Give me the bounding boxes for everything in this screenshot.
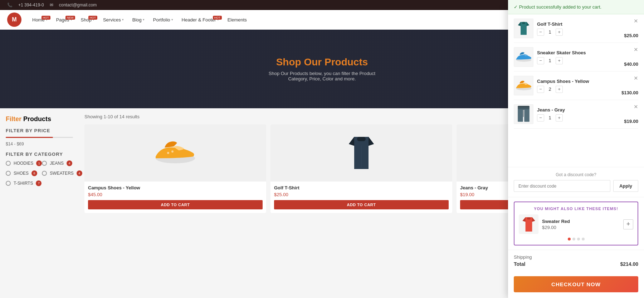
upsell-dot-3[interactable] [577,238,580,240]
chevron-down-icon: ▾ [171,18,173,21]
radio-sweaters[interactable] [42,171,47,176]
shipping-row: Shipping [514,254,638,260]
email-icon: ✉ [50,3,53,8]
nav-services[interactable]: Services ▾ [99,14,127,25]
upsell-section: YOU MIGHT ALSO LIKE THESE ITEMS! Sweater… [514,202,638,245]
cart-success-notification: ✓ Product successfully added to your car… [508,0,644,14]
cart-item-details-sneaker-skater: Sneaker Skater Shoes − 1 + [537,50,620,64]
cart-item-details-campus-shoes: Campus Shoes - Yellow − 2 + [537,79,618,93]
svg-rect-22 [524,109,530,121]
nav-elements[interactable]: Elements [224,14,250,25]
svg-marker-26 [522,217,525,222]
radio-tshirts[interactable] [6,181,11,186]
svg-marker-15 [518,22,521,26]
apply-discount-button[interactable]: Apply [613,180,638,192]
top-bar-left: 📞 +1 394-419-0 ✉ contact@gmail.com [7,3,97,8]
qty-increase-golf-tshirt[interactable]: + [556,29,563,36]
qty-increase-jeans[interactable]: + [556,114,563,121]
qty-increase-campus[interactable]: + [556,86,563,93]
nav-header-footer[interactable]: Header & Footer HOT ▾ [178,14,223,25]
upsell-item-price: $29.00 [542,225,620,230]
filter-section-title: Filter Products [6,115,73,123]
cart-item-details-golf-tshirt: Golf T-Shirt − 1 + [537,21,620,36]
discount-section: Got a discount code? Apply [508,167,644,197]
cart-item-qty-sneaker: − 1 + [537,57,620,64]
discount-label: Got a discount code? [514,172,638,177]
svg-rect-21 [518,109,523,121]
upsell-item-info: Sweater Red $29.00 [542,219,620,230]
cart-item-qty-campus: − 2 + [537,86,618,93]
upsell-dot-2[interactable] [572,238,575,240]
checkout-button[interactable]: Checkout now [514,276,638,292]
cart-panel: ✓ Product successfully added to your car… [508,0,644,298]
category-sweaters[interactable]: SWEATERS 4 [42,170,82,176]
nav-portfolio[interactable]: Portfolio ▾ [150,14,177,25]
nav-pages[interactable]: Pages NEW ▾ [53,14,76,25]
nav-items: Home HOT ▾ Pages NEW ▾ Shop HOT ▾ Servic… [29,14,250,25]
cart-item-remove-sneaker[interactable]: ✕ [634,46,638,53]
nav-shop[interactable]: Shop HOT ▾ [77,14,98,25]
add-to-cart-button-campus-shoes[interactable]: ADD TO CART [88,200,263,209]
cart-item-name: Jeans - Gray [537,107,620,113]
total-amount: $214.00 [620,261,638,267]
qty-value-sneaker: 1 [547,58,553,63]
cart-items-list: Golf T-Shirt − 1 + $25.00 ✕ [508,14,644,167]
cart-item-price-golf-tshirt: $25.00 [624,33,638,38]
qty-increase-sneaker[interactable]: + [556,57,563,64]
shipping-label: Shipping [514,254,532,260]
cart-item-remove-campus[interactable]: ✕ [634,75,638,81]
category-hoodies[interactable]: HOODIES 1 [6,160,42,166]
product-info-golf-tshirt: Golf T-Shirt $25.00 ADD TO CART [270,182,452,213]
cart-item-image-sneaker-skater [514,47,533,67]
category-shoes[interactable]: SHOES 6 [6,170,42,176]
phone-icon: 📞 [7,3,13,8]
success-icon: ✓ [514,4,519,10]
svg-marker-27 [532,217,535,222]
radio-shoes[interactable] [6,171,11,176]
upsell-add-button[interactable]: + [623,219,633,229]
qty-decrease-jeans[interactable]: − [537,114,544,121]
nav-home[interactable]: Home HOT ▾ [29,14,51,25]
qty-decrease-golf-tshirt[interactable]: − [537,29,544,36]
qty-decrease-sneaker[interactable]: − [537,57,544,64]
nav-blog[interactable]: Blog ▾ [129,14,148,25]
svg-rect-23 [518,106,530,107]
product-image-campus-shoes [84,124,266,182]
cart-item-remove-jeans[interactable]: ✕ [634,104,638,110]
upsell-item-image [519,214,538,234]
cart-item-name: Sneaker Skater Shoes [537,50,620,55]
email-address: contact@gmail.com [59,3,97,8]
cart-item-details-jeans-gray: Jeans - Gray − 1 + [537,107,620,121]
radio-hoodies[interactable] [6,161,11,166]
cart-item-golf-tshirt: Golf T-Shirt − 1 + $25.00 ✕ [514,14,638,43]
upsell-dot-1[interactable] [568,238,571,240]
upsell-item-name: Sweater Red [542,219,620,224]
cart-item-sneaker-skater: Sneaker Skater Shoes − 1 + $40.00 ✕ [514,43,638,71]
qty-decrease-campus[interactable]: − [537,86,544,93]
cart-item-name: Golf T-Shirt [537,21,620,27]
cart-item-remove-golf-tshirt[interactable]: ✕ [634,18,638,24]
category-tshirts[interactable]: T-SHIRTS 7 [6,180,42,186]
radio-jeans[interactable] [42,161,47,166]
filter-sidebar: Filter Products FILTER BY PRICE $14 - $6… [0,108,79,298]
cart-item-image-campus-shoes [514,76,533,95]
cart-item-jeans-gray: Jeans - Gray − 1 + $19.00 ✕ [514,100,638,129]
cart-item-price-campus: $130.00 [621,90,638,95]
discount-input[interactable] [514,180,610,192]
cart-item-price-sneaker: $40.00 [624,61,638,67]
product-price: $25.00 [274,192,449,197]
upsell-dot-4[interactable] [582,238,585,240]
filter-by-price-label: FILTER BY PRICE [6,128,73,133]
site-logo[interactable]: M [7,13,21,27]
qty-value-campus: 2 [547,86,553,92]
add-to-cart-button-golf-tshirt[interactable]: ADD TO CART [274,200,449,209]
price-range-bar[interactable] [6,137,73,138]
upsell-item-sweater-red: Sweater Red $29.00 + [519,214,633,234]
phone-number: +1 394-419-0 [18,3,44,8]
hero-subtitle: Shop Our Products below, you can filter … [269,71,375,81]
cart-item-campus-shoes: Campus Shoes - Yellow − 2 + $130.00 ✕ [514,71,638,100]
product-card-campus-shoes-yellow: Campus Shoes - Yellow $45.00 ADD TO CART [84,124,266,213]
category-jeans[interactable]: JEANS 4 [42,160,82,166]
cart-item-image-jeans-gray [514,104,533,124]
total-label: Total [514,261,525,267]
